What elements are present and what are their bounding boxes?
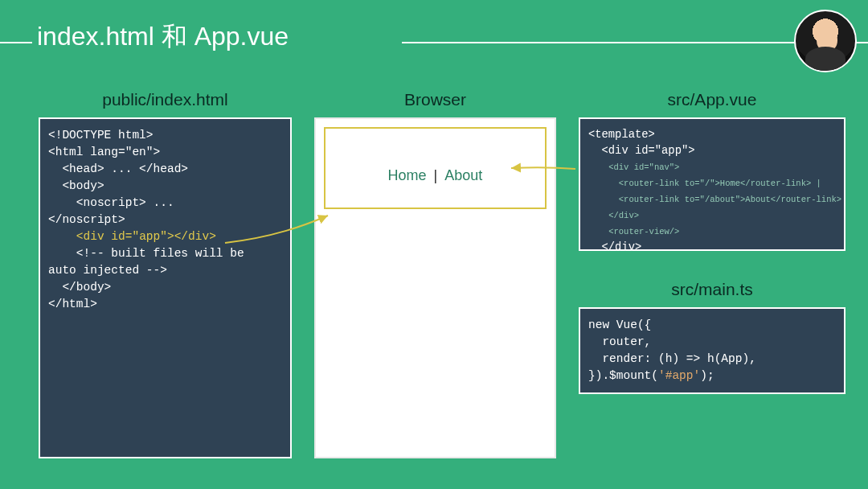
code-appvue-close: </div> </template>	[588, 241, 661, 251]
column-index-html: public/index.html <!DOCTYPE html> <html …	[39, 90, 292, 475]
link-about[interactable]: About	[444, 167, 482, 183]
string-app-selector: '#app'	[658, 369, 700, 382]
label-browser: Browser	[314, 90, 556, 109]
title-rule-left	[0, 42, 32, 43]
label-index-html: public/index.html	[39, 90, 292, 109]
page-title: index.html 和 App.vue	[37, 19, 289, 55]
code-panel-index-html: <!DOCTYPE html> <html lang="en"> <head> …	[39, 117, 292, 458]
column-browser: Browser Home | About	[314, 90, 556, 475]
code-appvue-inner: <div id="nav"> <router-link to="/">Home<…	[588, 162, 841, 236]
browser-nav: Home | About	[326, 167, 545, 184]
browser-highlight-box: Home | About	[324, 127, 547, 209]
label-main-ts: src/main.ts	[579, 280, 845, 299]
code-appvue-open: <template> <div id="app">	[588, 129, 694, 157]
content-columns: public/index.html <!DOCTYPE html> <html …	[39, 90, 845, 475]
column-right: src/App.vue <template> <div id="app"> <d…	[579, 90, 845, 475]
highlight-div-app: <div id="app"></div>	[76, 230, 216, 243]
avatar	[794, 10, 857, 72]
link-home[interactable]: Home	[388, 167, 427, 183]
code-main-ts: new Vue({ router, render: (h) => h(App),…	[588, 318, 756, 382]
code-panel-app-vue: <template> <div id="app"> <div id="nav">…	[579, 117, 845, 251]
link-separator: |	[431, 167, 441, 183]
code-index-html: <!DOCTYPE html> <html lang="en"> <head> …	[48, 129, 244, 310]
browser-mock: Home | About	[314, 117, 556, 458]
label-app-vue: src/App.vue	[579, 90, 845, 109]
code-panel-main-ts: new Vue({ router, render: (h) => h(App),…	[579, 307, 845, 394]
title-bar: index.html 和 App.vue	[0, 0, 868, 56]
